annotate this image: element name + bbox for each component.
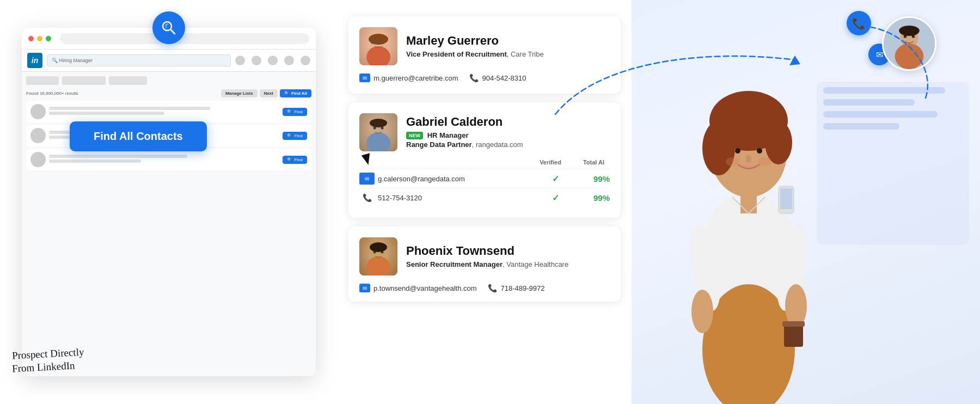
gabriel-email-check: ✓ — [534, 174, 577, 184]
gabriel-phone-verify-icon: 📞 — [359, 192, 375, 204]
phoenix-title-bold: Senior Recruitment Manager — [406, 260, 503, 268]
avatar-phoenix — [359, 237, 397, 276]
browser-dot-yellow — [37, 36, 42, 41]
annotation-text: Prospect Directly From LinkedIn — [12, 347, 84, 374]
svg-point-44 — [702, 121, 735, 175]
svg-point-24 — [370, 242, 387, 252]
avatar-gabriel — [359, 113, 397, 151]
svg-point-35 — [691, 290, 713, 333]
result-line-3a — [49, 155, 187, 158]
new-badge: NEW — [406, 132, 423, 139]
gabriel-domain: rangedata.com — [476, 140, 523, 149]
phoenix-title: Senior Recruitment Manager, Vantage Heal… — [406, 260, 568, 268]
result-avatar-2 — [30, 128, 46, 143]
nav-dot-4 — [284, 56, 294, 65]
marley-name: Marley Guerrero — [406, 34, 544, 48]
phoenix-email: ✉ p.townsend@vantagehealth.com — [359, 284, 477, 292]
contact-card-phoenix: Phoenix Townsend Senior Recruitment Mana… — [348, 227, 621, 302]
gabriel-name: Gabriel Calderon — [406, 115, 523, 129]
filter-tag-2 — [62, 76, 106, 85]
browser-mockup: 👤 in 🔍 Hiring Manager — [22, 28, 316, 376]
find-btn-1[interactable]: 🔍 Find — [283, 108, 307, 116]
svg-point-46 — [735, 148, 740, 154]
gabriel-title: NEW HR Manager — [406, 131, 523, 140]
filter-tag-1 — [26, 76, 59, 85]
find-icon-1: 🔍 — [287, 109, 292, 114]
gabriel-email-value: g.calerson@rangedata.com — [378, 175, 534, 183]
gabriel-title-bold: HR Manager — [427, 131, 469, 139]
total-ai-header: Total AI — [583, 159, 604, 166]
svg-point-48 — [746, 155, 751, 163]
gabriel-phone-percent: 99% — [577, 193, 610, 203]
marley-phone-icon: 📞 — [469, 73, 479, 83]
marley-company: Care Tribe — [511, 50, 544, 58]
result-info-1 — [49, 107, 279, 117]
linkedin-nav — [235, 56, 310, 65]
find-all-small-btn[interactable]: 🔍 Find All — [280, 89, 311, 97]
gabriel-company: Range Data Partner — [406, 140, 472, 149]
linkedin-results: Found 16,900,000+ results Manage Lists N… — [22, 72, 316, 216]
phoenix-phone-value: 718-489-9972 — [501, 284, 545, 292]
middle-section: Marley Guerrero Vice President of Recrui… — [338, 0, 632, 404]
nav-dot-5 — [301, 56, 310, 65]
phoenix-company: Vantage Healthcare — [506, 260, 568, 268]
find-all-contacts-button[interactable]: Find All Contacts — [70, 121, 207, 151]
find-btn-3[interactable]: 🔍 Find — [283, 156, 307, 164]
contact-card-marley: Marley Guerrero Vice President of Recrui… — [348, 16, 621, 94]
gabriel-company-row: Range Data Partner, rangedata.com — [406, 140, 523, 149]
manage-lists-btn[interactable]: Manage Lists — [221, 89, 258, 97]
contact-header-marley: Marley Guerrero Vice President of Recrui… — [359, 27, 610, 65]
browser-dot-red — [28, 36, 34, 41]
result-line-1b — [49, 112, 164, 115]
phone-float-icon: 📞 — [847, 11, 871, 35]
find-all-btn-container: Find All Contacts — [70, 121, 355, 151]
gabriel-email-row: ✉ g.calerson@rangedata.com ✓ 99% — [359, 169, 610, 188]
gabriel-email-verify-icon: ✉ — [359, 173, 375, 185]
gabriel-phone-check: ✓ — [534, 193, 577, 203]
marley-title-bold: Vice President of Recruitment — [406, 50, 507, 58]
search-icon-small: 🔍 — [284, 91, 290, 96]
marley-title: Vice President of Recruitment, Care Trib… — [406, 50, 544, 58]
filter-bar — [26, 76, 311, 85]
avatar-marley — [359, 27, 397, 65]
marley-phone-value: 904-542-8310 — [482, 74, 526, 82]
phoenix-name: Phoenix Townsend — [406, 244, 568, 258]
svg-point-19 — [370, 119, 387, 127]
result-info-3 — [49, 155, 279, 164]
result-avatar-1 — [30, 104, 46, 119]
marley-contact-row: ✉ m.guerrero@caretribe.com 📞 904-542-831… — [359, 73, 610, 83]
svg-point-8 — [366, 46, 390, 65]
browser-dot-green — [46, 36, 51, 41]
contact-header-phoenix: Phoenix Townsend Senior Recruitment Mana… — [359, 237, 610, 276]
phoenix-phone-icon: 📞 — [488, 283, 498, 293]
marley-email: ✉ m.guerrero@caretribe.com — [359, 74, 458, 82]
contact-info-gabriel: Gabriel Calderon NEW HR Manager Range Da… — [406, 115, 523, 150]
verification-table: Verified Total AI ✉ g.calerson@rangedata… — [359, 159, 610, 207]
find-icon-3: 🔍 — [287, 157, 292, 162]
next-btn[interactable]: Next — [260, 89, 278, 97]
result-line-1a — [49, 107, 210, 110]
marley-phone: 📞 904-542-8310 — [469, 73, 526, 83]
result-line-3b — [49, 160, 141, 163]
svg-point-50 — [758, 157, 771, 166]
right-section: 📞 ✉ — [632, 0, 980, 404]
svg-text:👤: 👤 — [166, 24, 171, 29]
svg-point-27 — [895, 44, 924, 69]
result-avatar-3 — [30, 152, 46, 167]
left-section: Prospect Directly From LinkedIn 👤 — [0, 0, 338, 404]
svg-point-16 — [366, 132, 390, 151]
gabriel-phone-value: 512-754-3120 — [378, 194, 534, 202]
linkedin-search[interactable]: 🔍 Hiring Manager — [47, 54, 231, 66]
main-container: Prospect Directly From LinkedIn 👤 — [0, 0, 980, 404]
person-avatar-circle — [882, 16, 936, 71]
marley-email-icon: ✉ — [359, 74, 370, 82]
gabriel-email-percent: 99% — [577, 174, 610, 183]
search-icon-float: 👤 — [152, 11, 185, 44]
contact-card-gabriel: Gabriel Calderon NEW HR Manager Range Da… — [348, 102, 621, 218]
phoenix-contact-row: ✉ p.townsend@vantagehealth.com 📞 718-489… — [359, 283, 610, 293]
linkedin-logo: in — [27, 53, 42, 68]
gabriel-phone-row: 📞 512-754-3120 ✓ 99% — [359, 188, 610, 207]
result-count: Found 16,900,000+ results — [26, 91, 78, 96]
result-row-1: 🔍 Find — [26, 101, 311, 123]
filter-tag-3 — [109, 76, 147, 85]
